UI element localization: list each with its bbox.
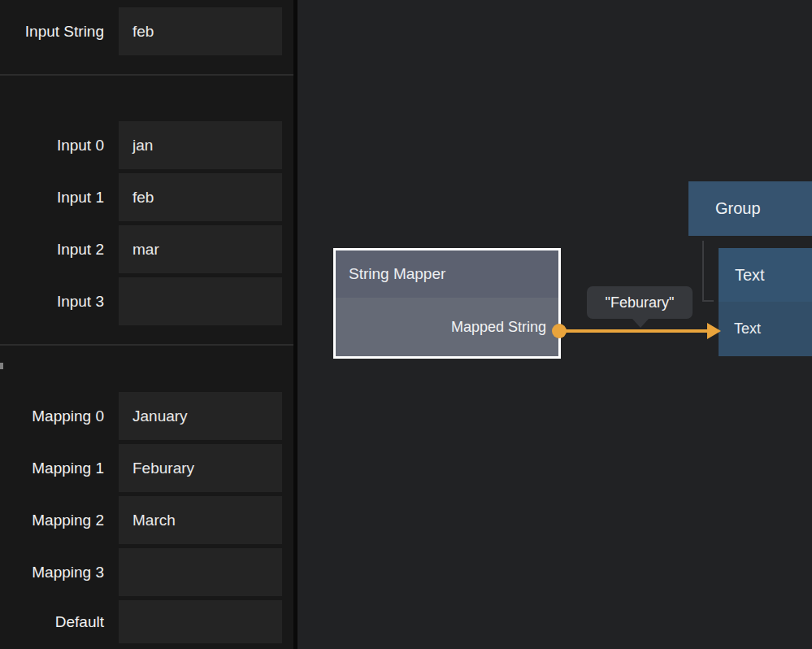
node-group[interactable]: Group [688,181,812,236]
param-row-default: Default [0,600,282,643]
text-node-title: Text [735,266,765,285]
param-label: Mapping 0 [0,407,104,425]
param-row-input-1: Input 1 feb [0,173,282,221]
connection-wire[interactable] [559,329,710,333]
text-input-port-label: Text [734,320,761,338]
param-input-3-field[interactable] [119,277,282,325]
param-label: Input 0 [0,137,104,155]
group-child-connector-horizontal [702,300,714,302]
wire-value-text: "Feburary" [606,294,675,311]
param-row-mapping-2: Mapping 2 March [0,496,282,544]
section-disclosure-marker[interactable] [0,363,3,369]
group-child-connector-vertical [702,241,704,302]
text-node-header[interactable]: Text [719,248,812,302]
param-label: Mapping 2 [0,512,104,529]
param-label: Input 2 [0,241,104,259]
param-row-mapping-3: Mapping 3 [0,548,282,596]
mapped-string-port-label: Mapped String [451,319,546,336]
node-canvas[interactable]: Group Text Text String Mapper Mapped Str… [297,0,812,649]
wire-arrowhead-icon [707,323,721,339]
node-string-mapper[interactable]: String Mapper Mapped String [333,248,561,359]
param-label: Input String [0,23,104,41]
param-row-mapping-1: Mapping 1 Feburary [0,444,282,492]
string-mapper-title: String Mapper [349,265,445,283]
string-mapper-header[interactable]: String Mapper [336,250,558,298]
output-port-dot[interactable] [552,324,567,338]
param-input-string-field[interactable]: feb [119,7,282,55]
text-node-input-row[interactable]: Text [719,302,812,356]
panel-divider [0,344,293,346]
param-label: Default [0,613,104,631]
param-mapping-2-field[interactable]: March [119,496,282,544]
param-default-field[interactable] [119,600,282,643]
panel-divider [0,74,293,76]
param-input-0-field[interactable]: jan [119,121,282,169]
param-row-input-0: Input 0 jan [0,121,282,169]
param-label: Input 1 [0,189,104,207]
string-mapper-output-row: Mapped String [336,298,558,356]
param-label: Mapping 3 [0,564,104,581]
param-mapping-3-field[interactable] [119,548,282,596]
param-mapping-1-field[interactable]: Feburary [119,444,282,492]
param-row-mapping-0: Mapping 0 January [0,392,282,440]
parameter-panel: Input String feb Input 0 jan Input 1 feb… [0,0,293,649]
param-label: Input 3 [0,293,104,311]
app-window: Input String feb Input 0 jan Input 1 feb… [0,0,812,649]
param-label: Mapping 1 [0,460,104,477]
tooltip-pointer-icon [632,319,649,328]
param-row-input-3: Input 3 [0,277,282,325]
group-node-title: Group [715,199,761,218]
param-mapping-0-field[interactable]: January [119,392,282,440]
param-input-1-field[interactable]: feb [119,173,282,221]
param-row-input-string: Input String feb [0,7,282,55]
wire-value-tooltip: "Feburary" [587,286,693,319]
param-input-2-field[interactable]: mar [119,225,282,273]
param-row-input-2: Input 2 mar [0,225,282,273]
node-text[interactable]: Text Text [719,248,812,356]
